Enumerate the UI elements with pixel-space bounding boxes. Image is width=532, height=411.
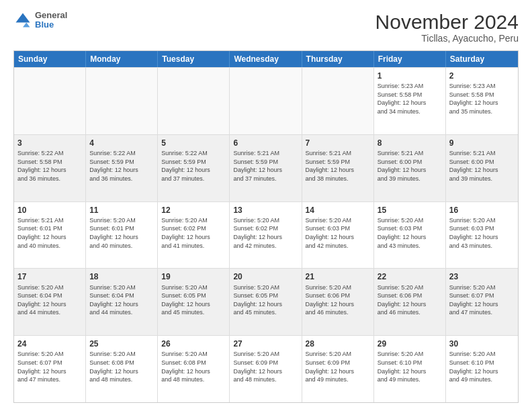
day-number: 21	[306, 271, 370, 282]
cell-info: Sunrise: 5:20 AM Sunset: 6:08 PM Dayligh…	[89, 350, 154, 383]
calendar-day-header: Monday	[86, 51, 158, 67]
calendar-cell: 26Sunrise: 5:20 AM Sunset: 6:08 PM Dayli…	[158, 336, 230, 402]
day-number: 17	[17, 271, 82, 282]
day-number: 15	[378, 205, 442, 216]
header: General Blue November 2024 Ticllas, Ayac…	[13, 11, 519, 44]
calendar-cell: 27Sunrise: 5:20 AM Sunset: 6:09 PM Dayli…	[230, 336, 302, 402]
day-number: 7	[306, 138, 370, 148]
day-number: 28	[306, 338, 370, 349]
day-number: 25	[89, 338, 154, 349]
calendar-cell: 11Sunrise: 5:20 AM Sunset: 6:01 PM Dayli…	[86, 202, 158, 269]
cell-info: Sunrise: 5:20 AM Sunset: 6:10 PM Dayligh…	[449, 350, 515, 383]
day-number: 30	[449, 338, 515, 349]
cell-info: Sunrise: 5:20 AM Sunset: 6:05 PM Dayligh…	[233, 283, 298, 317]
day-number: 14	[306, 205, 370, 216]
svg-marker-0	[16, 13, 30, 23]
cell-info: Sunrise: 5:23 AM Sunset: 5:58 PM Dayligh…	[449, 82, 515, 116]
cell-info: Sunrise: 5:20 AM Sunset: 6:03 PM Dayligh…	[378, 216, 442, 250]
day-number: 5	[161, 138, 226, 148]
calendar-cell: 6Sunrise: 5:21 AM Sunset: 5:59 PM Daylig…	[230, 135, 302, 201]
cell-info: Sunrise: 5:20 AM Sunset: 6:05 PM Dayligh…	[161, 283, 226, 317]
cell-info: Sunrise: 5:22 AM Sunset: 5:58 PM Dayligh…	[17, 149, 82, 183]
cell-info: Sunrise: 5:21 AM Sunset: 5:59 PM Dayligh…	[306, 149, 370, 183]
cell-info: Sunrise: 5:20 AM Sunset: 6:06 PM Dayligh…	[306, 283, 370, 317]
logo-icon	[13, 11, 32, 30]
cell-info: Sunrise: 5:21 AM Sunset: 6:00 PM Dayligh…	[449, 149, 515, 183]
logo-line2: Blue	[35, 20, 67, 30]
calendar-day-header: Sunday	[14, 51, 86, 67]
day-number: 11	[89, 205, 154, 216]
day-number: 10	[17, 205, 82, 216]
cell-info: Sunrise: 5:20 AM Sunset: 6:09 PM Dayligh…	[306, 350, 370, 383]
calendar-cell: 10Sunrise: 5:21 AM Sunset: 6:01 PM Dayli…	[14, 202, 86, 269]
title-block: November 2024 Ticllas, Ayacucho, Peru	[375, 11, 519, 44]
calendar-day-header: Friday	[374, 51, 446, 67]
logo-line1: General	[35, 11, 67, 20]
calendar-cell: 17Sunrise: 5:20 AM Sunset: 6:04 PM Dayli…	[14, 269, 86, 335]
calendar-day-header: Tuesday	[158, 51, 230, 67]
calendar-cell: 3Sunrise: 5:22 AM Sunset: 5:58 PM Daylig…	[14, 135, 86, 201]
calendar-day-header: Thursday	[302, 51, 374, 67]
svg-marker-1	[23, 23, 30, 28]
cell-info: Sunrise: 5:20 AM Sunset: 6:06 PM Dayligh…	[378, 283, 442, 317]
calendar-cell	[158, 68, 230, 134]
calendar-cell: 8Sunrise: 5:21 AM Sunset: 6:00 PM Daylig…	[374, 135, 446, 201]
calendar-subtitle: Ticllas, Ayacucho, Peru	[375, 33, 519, 44]
cell-info: Sunrise: 5:21 AM Sunset: 6:00 PM Dayligh…	[378, 149, 442, 183]
day-number: 8	[378, 138, 442, 148]
cell-info: Sunrise: 5:20 AM Sunset: 6:02 PM Dayligh…	[233, 216, 298, 250]
day-number: 2	[449, 71, 515, 81]
calendar-row: 17Sunrise: 5:20 AM Sunset: 6:04 PM Dayli…	[14, 268, 518, 335]
calendar-cell	[230, 68, 302, 134]
day-number: 13	[233, 205, 298, 216]
day-number: 24	[17, 338, 82, 349]
cell-info: Sunrise: 5:23 AM Sunset: 5:58 PM Dayligh…	[378, 82, 442, 116]
cell-info: Sunrise: 5:20 AM Sunset: 6:07 PM Dayligh…	[17, 350, 82, 383]
calendar-cell: 15Sunrise: 5:20 AM Sunset: 6:03 PM Dayli…	[374, 202, 446, 269]
day-number: 3	[17, 138, 82, 148]
day-number: 20	[233, 271, 298, 282]
cell-info: Sunrise: 5:20 AM Sunset: 6:02 PM Dayligh…	[161, 216, 226, 250]
cell-info: Sunrise: 5:20 AM Sunset: 6:07 PM Dayligh…	[449, 283, 515, 317]
calendar-cell: 19Sunrise: 5:20 AM Sunset: 6:05 PM Dayli…	[158, 269, 230, 335]
cell-info: Sunrise: 5:20 AM Sunset: 6:03 PM Dayligh…	[306, 216, 370, 250]
calendar-cell: 18Sunrise: 5:20 AM Sunset: 6:04 PM Dayli…	[86, 269, 158, 335]
day-number: 26	[161, 338, 226, 349]
cell-info: Sunrise: 5:20 AM Sunset: 6:03 PM Dayligh…	[449, 216, 515, 250]
day-number: 6	[233, 138, 298, 148]
calendar-cell: 2Sunrise: 5:23 AM Sunset: 5:58 PM Daylig…	[446, 68, 518, 134]
day-number: 9	[449, 138, 515, 148]
calendar-cell: 23Sunrise: 5:20 AM Sunset: 6:07 PM Dayli…	[446, 269, 518, 335]
calendar-day-header: Wednesday	[230, 51, 302, 67]
calendar-cell: 12Sunrise: 5:20 AM Sunset: 6:02 PM Dayli…	[158, 202, 230, 269]
calendar-cell: 4Sunrise: 5:22 AM Sunset: 5:59 PM Daylig…	[86, 135, 158, 201]
cell-info: Sunrise: 5:20 AM Sunset: 6:09 PM Dayligh…	[233, 350, 298, 383]
cell-info: Sunrise: 5:22 AM Sunset: 5:59 PM Dayligh…	[161, 149, 226, 183]
calendar-cell	[14, 68, 86, 134]
calendar-row: 1Sunrise: 5:23 AM Sunset: 5:58 PM Daylig…	[14, 67, 518, 134]
day-number: 16	[449, 205, 515, 216]
calendar-cell: 13Sunrise: 5:20 AM Sunset: 6:02 PM Dayli…	[230, 202, 302, 269]
calendar-cell: 28Sunrise: 5:20 AM Sunset: 6:09 PM Dayli…	[302, 336, 374, 402]
logo-text: General Blue	[35, 11, 67, 30]
calendar-body: 1Sunrise: 5:23 AM Sunset: 5:58 PM Daylig…	[14, 67, 518, 402]
calendar-row: 10Sunrise: 5:21 AM Sunset: 6:01 PM Dayli…	[14, 201, 518, 269]
calendar-cell: 21Sunrise: 5:20 AM Sunset: 6:06 PM Dayli…	[302, 269, 374, 335]
day-number: 29	[378, 338, 442, 349]
logo: General Blue	[13, 11, 67, 30]
calendar-cell: 25Sunrise: 5:20 AM Sunset: 6:08 PM Dayli…	[86, 336, 158, 402]
cell-info: Sunrise: 5:20 AM Sunset: 6:01 PM Dayligh…	[89, 216, 154, 250]
day-number: 19	[161, 271, 226, 282]
calendar-cell: 7Sunrise: 5:21 AM Sunset: 5:59 PM Daylig…	[302, 135, 374, 201]
day-number: 27	[233, 338, 298, 349]
calendar-cell: 14Sunrise: 5:20 AM Sunset: 6:03 PM Dayli…	[302, 202, 374, 269]
cell-info: Sunrise: 5:20 AM Sunset: 6:08 PM Dayligh…	[161, 350, 226, 383]
cell-info: Sunrise: 5:21 AM Sunset: 6:01 PM Dayligh…	[17, 216, 82, 250]
calendar-cell: 1Sunrise: 5:23 AM Sunset: 5:58 PM Daylig…	[374, 68, 446, 134]
calendar-header: SundayMondayTuesdayWednesdayThursdayFrid…	[14, 51, 518, 67]
calendar-cell: 5Sunrise: 5:22 AM Sunset: 5:59 PM Daylig…	[158, 135, 230, 201]
cell-info: Sunrise: 5:21 AM Sunset: 5:59 PM Dayligh…	[233, 149, 298, 183]
calendar-cell: 29Sunrise: 5:20 AM Sunset: 6:10 PM Dayli…	[374, 336, 446, 402]
calendar-cell	[302, 68, 374, 134]
calendar-row: 3Sunrise: 5:22 AM Sunset: 5:58 PM Daylig…	[14, 134, 518, 201]
